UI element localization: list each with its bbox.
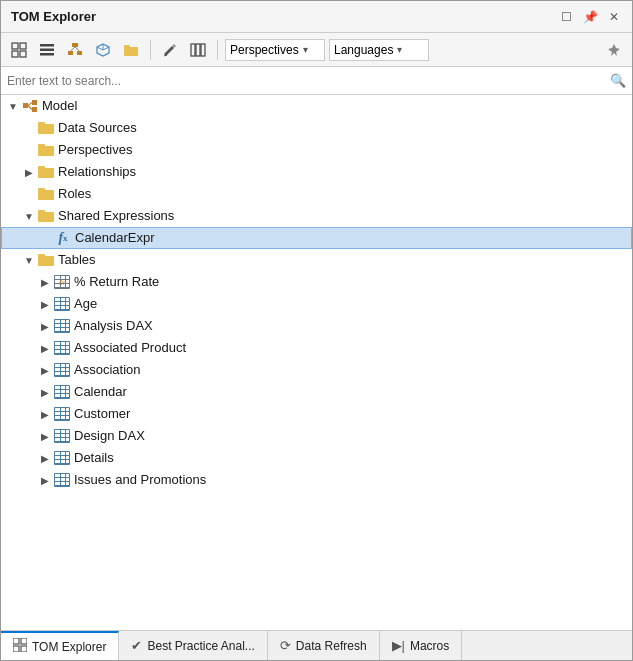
table-analysisdax-icon (53, 317, 71, 335)
svg-line-25 (28, 103, 32, 106)
expand-associatedproduct[interactable]: ▶ (37, 340, 53, 356)
expand-designdax[interactable]: ▶ (37, 428, 53, 444)
svg-rect-75 (61, 346, 65, 349)
list-view-button[interactable] (35, 38, 59, 62)
svg-rect-106 (66, 412, 69, 415)
svg-rect-142 (13, 646, 19, 652)
languages-dropdown[interactable]: Languages ▾ (329, 39, 429, 61)
customer-label: Customer (74, 403, 130, 425)
hierarchy-view-button[interactable] (63, 38, 87, 62)
svg-rect-19 (191, 44, 195, 56)
expand-tables[interactable]: ▼ (21, 252, 37, 268)
svg-rect-0 (12, 43, 18, 49)
model-label: Model (42, 95, 77, 117)
svg-rect-24 (32, 107, 37, 112)
toolbar: Perspectives ▾ Languages ▾ (1, 33, 632, 67)
status-tab-tom-explorer[interactable]: TOM Explorer (1, 631, 119, 660)
tree-item-designdax[interactable]: ▶ Design DAX (1, 425, 632, 447)
svg-rect-124 (55, 456, 60, 459)
tree-item-perspectives[interactable]: Perspectives (1, 139, 632, 161)
folder-view-button[interactable] (119, 38, 143, 62)
svg-rect-97 (55, 394, 60, 397)
fx-calendarexpr-icon: fx (54, 229, 72, 247)
tree-item-calendar[interactable]: ▶ Calendar (1, 381, 632, 403)
svg-rect-68 (61, 328, 65, 331)
svg-rect-21 (201, 44, 205, 56)
cube-view-button[interactable] (91, 38, 115, 62)
tree-container[interactable]: ▼ Model Data Sources (1, 95, 632, 630)
status-tab-best-practice[interactable]: ✔ Best Practice Anal... (119, 631, 267, 660)
svg-rect-116 (66, 434, 69, 437)
svg-rect-63 (66, 320, 69, 323)
expand-customer[interactable]: ▶ (37, 406, 53, 422)
expand-details[interactable]: ▶ (37, 450, 53, 466)
status-tab-macros[interactable]: ▶| Macros (380, 631, 463, 660)
svg-rect-128 (61, 460, 65, 463)
edit-button[interactable] (158, 38, 182, 62)
svg-rect-62 (61, 320, 65, 323)
pin-button[interactable] (602, 38, 626, 62)
svg-rect-73 (66, 342, 69, 345)
tables-label: Tables (58, 249, 96, 271)
expand-issuespromotions[interactable]: ▶ (37, 472, 53, 488)
svg-rect-7 (72, 43, 78, 47)
search-input[interactable] (7, 74, 610, 88)
svg-rect-78 (61, 350, 65, 353)
tom-explorer-window: TOM Explorer ☐ 📌 ✕ (0, 0, 633, 661)
expand-analysisdax[interactable]: ▶ (37, 318, 53, 334)
tree-item-sharedexpressions[interactable]: ▼ Shared Expressions (1, 205, 632, 227)
svg-rect-125 (61, 456, 65, 459)
tree-item-association[interactable]: ▶ Association (1, 359, 632, 381)
expand-returnrate[interactable]: ▶ (37, 274, 53, 290)
svg-rect-136 (66, 478, 69, 481)
tree-item-associatedproduct[interactable]: ▶ Associated Product (1, 337, 632, 359)
svg-rect-131 (55, 474, 60, 477)
tree-item-details[interactable]: ▶ Details (1, 447, 632, 469)
svg-rect-69 (66, 328, 69, 331)
svg-rect-89 (66, 372, 69, 375)
svg-rect-3 (20, 51, 26, 57)
roles-label: Roles (58, 183, 91, 205)
tree-item-calendarexpr[interactable]: fx CalendarExpr (1, 227, 632, 249)
tree-item-analysisdax[interactable]: ▶ Analysis DAX (1, 315, 632, 337)
status-tab-data-refresh[interactable]: ⟳ Data Refresh (268, 631, 380, 660)
calendar-label: Calendar (74, 381, 127, 403)
table-association-icon (53, 361, 71, 379)
close-button[interactable]: ✕ (606, 9, 622, 25)
expand-calendar[interactable]: ▶ (37, 384, 53, 400)
expand-relationships[interactable]: ▶ (21, 164, 37, 180)
cube-icon (95, 42, 111, 58)
svg-rect-140 (13, 638, 19, 644)
tree-item-customer[interactable]: ▶ Customer (1, 403, 632, 425)
pin-window-button[interactable]: 📌 (582, 9, 598, 25)
folder-perspectives-icon (37, 141, 55, 159)
expand-association[interactable]: ▶ (37, 362, 53, 378)
svg-rect-133 (66, 474, 69, 477)
grid-view-button[interactable] (7, 38, 31, 62)
svg-rect-108 (61, 416, 65, 419)
tree-item-roles[interactable]: Roles (1, 183, 632, 205)
svg-rect-52 (61, 298, 65, 301)
tree-item-datasources[interactable]: Data Sources (1, 117, 632, 139)
tree-item-age[interactable]: ▶ Age (1, 293, 632, 315)
expand-age[interactable]: ▶ (37, 296, 53, 312)
tree-item-returnrate[interactable]: ▶ fx % Return Rate (1, 271, 632, 293)
tree-item-model[interactable]: ▼ Model (1, 95, 632, 117)
svg-rect-20 (196, 44, 200, 56)
expand-model[interactable]: ▼ (5, 98, 21, 114)
tree-item-relationships[interactable]: ▶ Relationships (1, 161, 632, 183)
svg-rect-96 (66, 390, 69, 393)
tree-item-tables[interactable]: ▼ Tables (1, 249, 632, 271)
expand-sharedexpressions[interactable]: ▼ (21, 208, 37, 224)
returnrate-label: % Return Rate (74, 271, 159, 293)
svg-rect-91 (55, 386, 60, 389)
restore-button[interactable]: ☐ (558, 9, 574, 25)
columns-button[interactable] (186, 38, 210, 62)
pin-icon (607, 43, 621, 57)
svg-text:fx: fx (59, 278, 66, 287)
tree-item-issuespromotions[interactable]: ▶ Issues and Promotions (1, 469, 632, 491)
svg-rect-22 (23, 103, 28, 108)
folder-tables-icon (37, 251, 55, 269)
perspectives-dropdown[interactable]: Perspectives ▾ (225, 39, 325, 61)
svg-line-14 (103, 47, 109, 50)
